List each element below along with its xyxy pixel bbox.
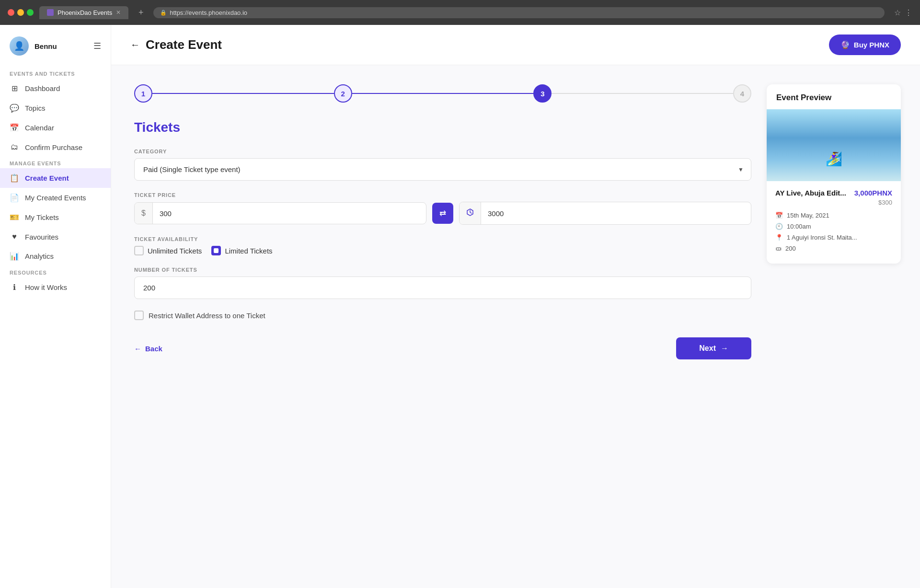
number-of-tickets-input[interactable] <box>134 277 751 299</box>
usd-prefix-icon: $ <box>135 203 153 224</box>
sidebar-item-favourites[interactable]: ♥ Favourites <box>0 227 111 246</box>
preview-location-row: 📍 1 Aguiyi Ironsi St. Maita... <box>775 234 892 241</box>
sidebar-item-analytics-label: Analytics <box>25 252 54 260</box>
sidebar-item-create-event[interactable]: 📋 Create Event <box>0 168 111 188</box>
tab-close-btn[interactable]: ✕ <box>116 9 121 16</box>
how-it-works-icon: ℹ <box>10 283 19 292</box>
stepper: 1 2 3 4 <box>134 84 751 103</box>
buy-phnx-button[interactable]: 🔮 Buy PHNX <box>829 35 901 55</box>
restrict-wallet-section: Restrict Wallet Address to one Ticket <box>134 311 751 320</box>
bookmark-btn[interactable]: ☆ <box>894 8 901 17</box>
category-label: CATEGORY <box>134 149 751 154</box>
ticket-price-section: TICKET PRICE $ ⇄ <box>134 192 751 225</box>
page-header: ← Create Event 🔮 Buy PHNX <box>111 25 920 65</box>
number-of-tickets-label: NUMBER OF TICKETS <box>134 267 751 273</box>
section-manage-label: MANAGE EVENTS <box>0 157 111 168</box>
favourites-icon: ♥ <box>10 232 19 241</box>
swap-currency-btn[interactable]: ⇄ <box>432 203 453 224</box>
sidebar-item-my-tickets-label: My Tickets <box>25 213 59 221</box>
create-event-icon: 📋 <box>10 173 19 183</box>
category-select[interactable]: Paid (Single Ticket type event) Free Pai… <box>134 158 751 181</box>
my-created-events-icon: 📄 <box>10 193 19 202</box>
minimize-dot[interactable] <box>17 9 24 16</box>
preview-time-row: 🕙 10:00am <box>775 223 892 230</box>
browser-tab[interactable]: PhoenixDao Events ✕ <box>39 6 128 19</box>
ticket-price-row: $ ⇄ <box>134 202 751 225</box>
close-dot[interactable] <box>8 9 14 16</box>
step-line-2 <box>352 93 534 94</box>
sidebar-item-calendar[interactable]: 📅 Calendar <box>0 118 111 138</box>
phnx-prefix-icon <box>460 202 481 224</box>
address-bar[interactable]: 🔒 https://events.phoenixdao.io <box>153 7 885 18</box>
sidebar-item-analytics[interactable]: 📊 Analytics <box>0 246 111 266</box>
preview-event-name-row: AY Live, Abuja Edit... 3,000PHNX <box>775 189 892 197</box>
preview-event-image: 🏄‍♀️ <box>767 109 901 181</box>
step-2-label: 2 <box>341 90 345 98</box>
preview-event-name: AY Live, Abuja Edit... <box>775 189 846 197</box>
menu-btn[interactable]: ⋮ <box>905 8 912 17</box>
limited-tickets-checkbox[interactable] <box>211 246 221 255</box>
new-tab-btn[interactable]: + <box>134 6 148 19</box>
header-left: ← Create Event <box>130 37 222 52</box>
availability-row: Unlimited Tickets Limited Tickets <box>134 246 751 255</box>
number-of-tickets-section: NUMBER OF TICKETS <box>134 267 751 299</box>
form-actions: ← Back Next → <box>134 337 751 359</box>
sidebar-item-my-created-events[interactable]: 📄 My Created Events <box>0 188 111 208</box>
swap-icon: ⇄ <box>439 208 446 219</box>
back-button[interactable]: ← Back <box>134 345 162 353</box>
sidebar-item-favourites-label: Favourites <box>25 233 58 241</box>
step-4: 4 <box>733 84 751 103</box>
step-3-label: 3 <box>540 90 544 98</box>
unlimited-tickets-option[interactable]: Unlimited Tickets <box>134 246 202 255</box>
unlimited-tickets-checkbox[interactable] <box>134 246 144 255</box>
restrict-wallet-checkbox[interactable] <box>134 311 144 320</box>
usd-price-input-wrap: $ <box>134 202 426 224</box>
preview-panel: Event Preview 🏄‍♀️ AY Live, Abuja Edit..… <box>767 84 901 359</box>
sidebar-item-dashboard[interactable]: ⊞ Dashboard <box>0 79 111 98</box>
time-icon: 🕙 <box>775 223 783 230</box>
restrict-wallet-label: Restrict Wallet Address to one Ticket <box>149 311 265 320</box>
preview-tickets: 200 <box>785 245 796 252</box>
page-title: Create Event <box>146 37 222 52</box>
section-events-label: EVENTS AND TICKETS <box>0 67 111 79</box>
preview-date: 15th May, 2021 <box>787 212 829 219</box>
usd-price-input[interactable] <box>153 203 426 224</box>
confirm-purchase-icon: 🗂 <box>10 143 19 151</box>
hamburger-menu-btn[interactable]: ☰ <box>93 41 101 51</box>
preview-info: AY Live, Abuja Edit... 3,000PHNX $300 📅 … <box>767 181 901 264</box>
restrict-wallet-row[interactable]: Restrict Wallet Address to one Ticket <box>134 311 751 320</box>
tickets-icon: 🎟 <box>775 245 782 252</box>
sidebar-item-topics[interactable]: 💬 Topics <box>0 98 111 118</box>
header-back-btn[interactable]: ← <box>130 39 140 50</box>
next-button[interactable]: Next → <box>676 337 751 359</box>
buy-phnx-label: Buy PHNX <box>854 41 889 49</box>
preview-tickets-row: 🎟 200 <box>775 245 892 252</box>
limited-tickets-label: Limited Tickets <box>225 247 272 255</box>
lock-icon: 🔒 <box>160 10 167 16</box>
sidebar-item-confirm-purchase[interactable]: 🗂 Confirm Purchase <box>0 138 111 157</box>
date-icon: 📅 <box>775 212 783 219</box>
preview-date-row: 📅 15th May, 2021 <box>775 212 892 219</box>
section-resources-label: RESOURCES <box>0 266 111 277</box>
step-4-label: 4 <box>740 90 744 98</box>
tab-title: PhoenixDao Events <box>58 9 112 16</box>
phnx-price-input-wrap <box>459 202 751 225</box>
sidebar-item-how-it-works-label: How it Works <box>25 283 67 291</box>
url-text: https://events.phoenixdao.io <box>170 9 247 16</box>
step-line-1 <box>152 93 334 94</box>
phnx-price-input[interactable] <box>481 203 751 224</box>
sidebar-item-how-it-works[interactable]: ℹ How it Works <box>0 277 111 297</box>
ticket-price-label: TICKET PRICE <box>134 192 751 198</box>
sidebar-item-my-created-events-label: My Created Events <box>25 194 86 202</box>
limited-tickets-option[interactable]: Limited Tickets <box>211 246 272 255</box>
phnx-icon: 🔮 <box>840 40 850 49</box>
sidebar-item-my-tickets[interactable]: 🎫 My Tickets <box>0 208 111 227</box>
back-btn-label: Back <box>145 345 162 353</box>
calendar-icon: 📅 <box>10 123 19 132</box>
sidebar-item-calendar-label: Calendar <box>25 124 54 132</box>
step-2: 2 <box>334 84 352 103</box>
dashboard-icon: ⊞ <box>10 84 19 93</box>
maximize-dot[interactable] <box>27 9 34 16</box>
user-name-label: Bennu <box>34 42 57 50</box>
preview-location: 1 Aguiyi Ironsi St. Maita... <box>787 234 857 241</box>
